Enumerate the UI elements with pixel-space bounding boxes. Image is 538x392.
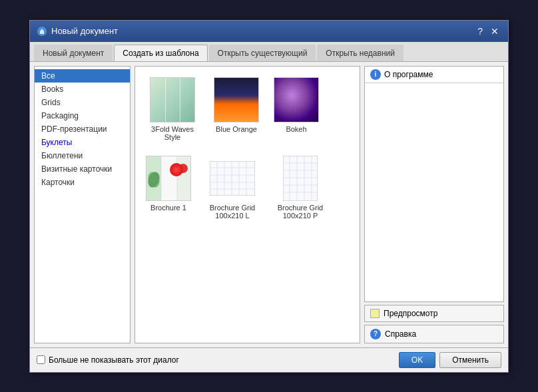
ok-button[interactable]: OK <box>399 352 435 368</box>
dialog: Новый документ ? ✕ Новый документ Создат… <box>29 20 509 373</box>
info-box: i О программе <box>364 66 504 302</box>
category-books[interactable]: Books <box>35 83 130 96</box>
templates-grid: 3Fold Waves Style Blue Orange Bokeh <box>135 67 360 343</box>
svg-rect-3 <box>161 156 177 201</box>
question-icon: ? <box>370 329 381 339</box>
svg-rect-10 <box>210 161 255 196</box>
right-panel: i О программе Предпросмотр ? Справка <box>364 66 504 343</box>
dialog-title: Новый документ <box>51 26 471 36</box>
category-packaging[interactable]: Packaging <box>35 109 130 122</box>
info-preview-area <box>365 83 503 301</box>
category-grids[interactable]: Grids <box>35 96 130 109</box>
preview-icon <box>370 309 380 318</box>
preview-button[interactable]: Предпросмотр <box>364 305 504 322</box>
template-blueorange[interactable]: Blue Orange <box>210 73 263 145</box>
help-label: Справка <box>385 329 416 339</box>
template-thumb-bokeh <box>274 77 319 122</box>
template-bokeh[interactable]: Bokeh <box>270 73 323 145</box>
template-label-3fold: 3Fold Waves Style <box>146 125 199 141</box>
template-thumb-blueorange <box>214 77 259 122</box>
tab-recent[interactable]: Открыть недавний <box>317 45 404 61</box>
template-thumb-brochure1 <box>146 156 191 201</box>
template-thumb-brochure-grid-l <box>210 156 255 201</box>
footer-buttons: OK Отменить <box>399 352 501 368</box>
main-content: Все Books Grids Packaging PDF-презентаци… <box>30 62 508 347</box>
template-label-bokeh: Bokeh <box>286 125 306 133</box>
help-button[interactable]: ? Справка <box>364 325 504 343</box>
info-header-label: О программе <box>384 70 433 79</box>
cancel-button[interactable]: Отменить <box>439 352 501 368</box>
template-label-blueorange: Blue Orange <box>216 125 257 133</box>
tab-template[interactable]: Создать из шаблона <box>114 45 207 61</box>
template-thumb-brochure-grid-p <box>278 156 323 201</box>
template-brochure-grid-p[interactable]: Brochure Grid 100x210 P <box>270 152 331 224</box>
template-label-brochure1: Brochure 1 <box>150 204 186 212</box>
templates-panel: 3Fold Waves Style Blue Orange Bokeh <box>134 66 360 343</box>
close-title-btn[interactable]: ✕ <box>488 27 501 36</box>
template-label-brochure-grid-p: Brochure Grid 100x210 P <box>274 204 327 220</box>
info-header: i О программе <box>365 67 503 83</box>
category-all[interactable]: Все <box>35 69 130 83</box>
help-title-btn[interactable]: ? <box>475 27 485 36</box>
dont-show-checkbox-label[interactable]: Больше не показывать этот диалог <box>37 355 179 365</box>
template-brochure-grid-l[interactable]: Brochure Grid 100x210 L <box>202 152 263 224</box>
categories-panel: Все Books Grids Packaging PDF-презентаци… <box>34 66 131 343</box>
footer: Больше не показывать этот диалог OK Отме… <box>30 347 508 372</box>
category-pdf[interactable]: PDF-презентации <box>35 122 130 136</box>
category-kartochki[interactable]: Карточки <box>35 176 130 189</box>
app-icon <box>37 26 47 37</box>
title-bar-buttons: ? ✕ <box>475 27 501 36</box>
dont-show-checkbox[interactable] <box>37 355 45 364</box>
title-bar: Новый документ ? ✕ <box>30 21 508 42</box>
category-vizitki[interactable]: Визитные карточки <box>35 162 130 176</box>
category-byulleteni[interactable]: Бюллетени <box>35 149 130 162</box>
category-buklety[interactable]: Буклеты <box>35 136 130 149</box>
template-thumb-3fold <box>150 77 195 122</box>
template-brochure1[interactable]: Brochure 1 <box>142 152 195 224</box>
preview-label: Предпросмотр <box>384 309 437 318</box>
svg-rect-4 <box>177 156 191 201</box>
template-3fold[interactable]: 3Fold Waves Style <box>142 73 203 145</box>
dont-show-label: Больше не показывать этот диалог <box>49 355 179 365</box>
svg-rect-20 <box>283 156 318 201</box>
info-icon: i <box>370 69 381 80</box>
svg-point-7 <box>178 164 188 173</box>
tabs-bar: Новый документ Создать из шаблона Открыт… <box>30 42 508 62</box>
tab-open[interactable]: Открыть существующий <box>209 45 316 61</box>
template-label-brochure-grid-l: Brochure Grid 100x210 L <box>206 204 259 220</box>
tab-new[interactable]: Новый документ <box>34 45 113 61</box>
